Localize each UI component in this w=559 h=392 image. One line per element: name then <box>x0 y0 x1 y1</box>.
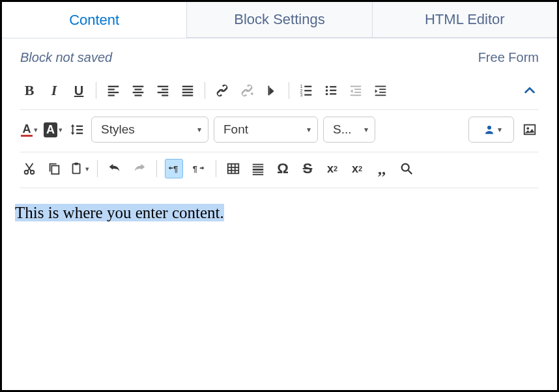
svg-text:3: 3 <box>300 92 303 97</box>
indent-button[interactable] <box>371 81 390 100</box>
special-char-button[interactable]: Ω <box>274 159 292 178</box>
svg-rect-0 <box>108 86 119 87</box>
table-button[interactable] <box>224 159 242 178</box>
svg-point-60 <box>402 164 409 171</box>
svg-rect-58 <box>253 172 264 173</box>
editor-frame: Content Block Settings HTML Editor Block… <box>0 0 559 392</box>
svg-rect-32 <box>351 94 362 96</box>
svg-rect-59 <box>253 174 264 175</box>
size-label: S... <box>333 122 352 137</box>
svg-rect-5 <box>135 89 142 90</box>
svg-rect-35 <box>379 92 386 93</box>
tab-html-editor[interactable]: HTML Editor <box>372 2 557 38</box>
align-center-button[interactable] <box>129 81 147 100</box>
personalize-dropdown[interactable]: ▾ <box>468 117 514 143</box>
svg-rect-26 <box>330 90 336 91</box>
strikethrough-button[interactable]: S <box>298 159 317 178</box>
svg-rect-57 <box>253 169 264 171</box>
ltr-direction-button[interactable]: ¶ <box>165 159 183 178</box>
unlink-button <box>238 81 256 100</box>
rtl-direction-button[interactable]: ¶ <box>190 159 208 178</box>
link-button[interactable] <box>213 81 231 100</box>
svg-rect-46 <box>73 164 80 174</box>
svg-rect-36 <box>375 94 386 96</box>
underline-button[interactable]: U <box>70 81 88 100</box>
content-area[interactable]: This is where you enter content. <box>2 188 557 390</box>
status-bar: Block not saved Free Form <box>2 38 557 72</box>
svg-point-40 <box>487 126 491 130</box>
svg-rect-28 <box>330 93 336 94</box>
text-color-button[interactable]: A▾ <box>20 120 38 139</box>
svg-rect-3 <box>108 94 115 96</box>
svg-rect-18 <box>304 86 311 87</box>
line-height-button[interactable] <box>68 120 86 139</box>
anchor-button[interactable] <box>263 81 281 100</box>
blockquote-button[interactable]: ,, <box>373 159 391 178</box>
svg-point-25 <box>326 89 328 92</box>
align-justify-button[interactable] <box>179 81 197 100</box>
svg-rect-10 <box>158 92 169 93</box>
svg-rect-39 <box>76 133 83 134</box>
svg-rect-34 <box>379 89 386 90</box>
svg-rect-15 <box>182 94 194 96</box>
svg-rect-7 <box>135 94 142 96</box>
svg-rect-12 <box>182 86 194 87</box>
cut-button[interactable] <box>20 159 38 178</box>
svg-rect-38 <box>76 129 83 130</box>
svg-point-27 <box>326 93 328 96</box>
bold-button[interactable]: B <box>20 81 38 100</box>
svg-rect-45 <box>51 165 59 174</box>
svg-rect-56 <box>253 166 264 167</box>
tab-block-settings[interactable]: Block Settings <box>187 2 371 38</box>
find-button[interactable] <box>397 159 416 178</box>
svg-rect-14 <box>182 92 194 93</box>
paste-button[interactable]: ▾ <box>70 159 89 178</box>
toolbar-row-2: A▾ A▾ Styles▾ Font▾ S...▾ ▾ <box>20 110 539 152</box>
tab-bar: Content Block Settings HTML Editor <box>2 2 557 38</box>
font-size-dropdown[interactable]: S...▾ <box>323 117 375 143</box>
subscript-button[interactable]: x2 <box>323 159 341 178</box>
undo-button[interactable] <box>106 159 124 178</box>
svg-rect-47 <box>74 163 78 165</box>
svg-rect-11 <box>162 94 168 96</box>
svg-rect-4 <box>133 86 144 87</box>
align-right-button[interactable] <box>154 81 172 100</box>
tab-content[interactable]: Content <box>2 2 187 38</box>
font-label: Font <box>223 122 248 137</box>
svg-rect-1 <box>108 89 115 90</box>
background-color-button[interactable]: A▾ <box>44 120 63 139</box>
toolbar-row-3: ▾ ¶ ¶ Ω S x2 x2 ,, <box>20 152 539 188</box>
separator <box>216 160 216 177</box>
save-status: Block not saved <box>20 50 112 65</box>
numbered-list-button[interactable]: 123 <box>297 81 315 100</box>
svg-rect-50 <box>228 164 239 174</box>
layout-type: Free Form <box>478 50 539 65</box>
align-left-button[interactable] <box>104 81 122 100</box>
separator <box>97 160 98 177</box>
svg-rect-9 <box>162 89 168 90</box>
styles-dropdown[interactable]: Styles▾ <box>91 117 208 143</box>
collapse-toolbar-button[interactable] <box>521 81 539 100</box>
italic-button[interactable]: I <box>45 81 63 100</box>
svg-rect-8 <box>158 86 169 87</box>
svg-rect-33 <box>375 86 386 87</box>
svg-rect-37 <box>76 126 83 127</box>
horizontal-rule-button[interactable] <box>249 159 267 178</box>
svg-point-23 <box>326 86 328 89</box>
svg-rect-13 <box>182 89 194 90</box>
content-text: This is where you enter content. <box>15 204 224 221</box>
svg-rect-55 <box>253 164 264 165</box>
svg-text:¶: ¶ <box>173 164 178 174</box>
copy-button[interactable] <box>45 159 63 178</box>
svg-rect-24 <box>330 86 336 87</box>
svg-rect-31 <box>354 92 361 93</box>
svg-rect-29 <box>351 86 362 87</box>
svg-rect-30 <box>354 89 361 90</box>
superscript-button[interactable]: x2 <box>348 159 366 178</box>
svg-rect-20 <box>304 90 311 91</box>
image-button[interactable] <box>521 120 539 139</box>
bullet-list-button[interactable] <box>322 81 340 100</box>
toolbar: B I U 123 A▾ A <box>2 72 557 188</box>
font-dropdown[interactable]: Font▾ <box>214 117 318 143</box>
separator <box>289 82 289 99</box>
